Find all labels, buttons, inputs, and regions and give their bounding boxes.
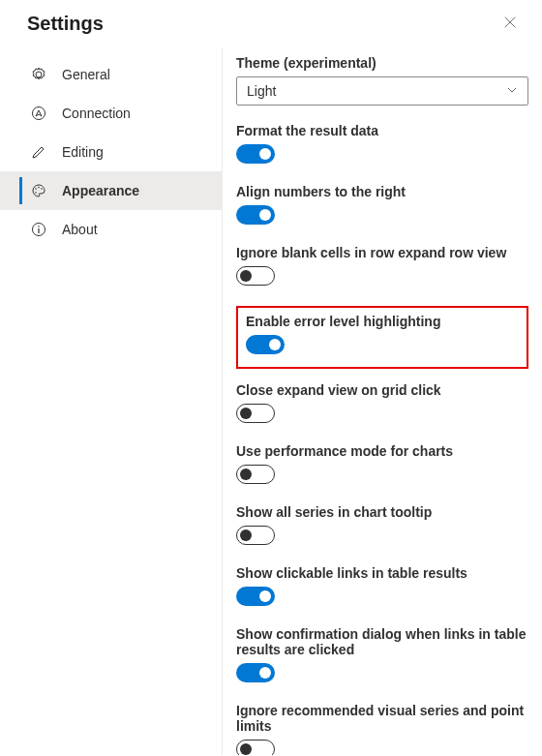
sidebar-item-editing[interactable]: Editing (0, 133, 222, 171)
toggle-label: Close expand view on grid click (236, 382, 528, 398)
svg-point-1 (35, 188, 37, 190)
info-icon (31, 222, 46, 237)
toggle-field-performance-mode-charts: Use performance mode for charts (236, 443, 528, 487)
sidebar-item-label: About (62, 222, 98, 237)
svg-point-2 (38, 187, 40, 189)
sidebar-item-about[interactable]: About (0, 210, 222, 249)
chevron-down-icon (506, 83, 518, 99)
toggle-ignore-series-limits[interactable] (236, 740, 275, 755)
theme-field: Theme (experimental) Light (236, 55, 528, 106)
toggle-close-expand-view[interactable] (236, 404, 275, 423)
toggle-field-confirm-links: Show confirmation dialog when links in t… (236, 626, 528, 685)
sidebar-item-appearance[interactable]: Appearance (0, 171, 222, 210)
theme-select-value: Light (247, 83, 276, 99)
toggle-ignore-blank-cells[interactable] (236, 266, 275, 286)
close-button[interactable] (497, 10, 523, 38)
settings-content: Theme (experimental) Light Format the re… (223, 47, 542, 755)
toggle-field-error-level-highlighting: Enable error level highlighting (246, 314, 519, 357)
toggle-field-ignore-blank-cells: Ignore blank cells in row expand row vie… (236, 245, 528, 288)
toggle-field-align-numbers-right: Align numbers to the right (236, 184, 528, 227)
svg-rect-7 (38, 228, 39, 233)
toggle-field-ignore-series-limits: Ignore recommended visual series and poi… (236, 703, 528, 755)
theme-label: Theme (experimental) (236, 55, 528, 71)
toggle-label: Enable error level highlighting (246, 314, 519, 329)
theme-select[interactable]: Light (236, 76, 528, 106)
toggle-label: Align numbers to the right (236, 184, 528, 199)
settings-sidebar: General Connection Editing Appearance Ab (0, 47, 223, 755)
svg-point-4 (35, 192, 37, 194)
toggle-show-all-series-tooltip[interactable] (236, 526, 275, 545)
toggle-error-level-highlighting[interactable] (246, 335, 285, 354)
sidebar-item-label: Editing (62, 144, 104, 160)
toggle-field-format-result-data: Format the result data (236, 123, 528, 166)
highlight-box: Enable error level highlighting (236, 306, 528, 369)
svg-point-3 (41, 188, 43, 190)
toggle-format-result-data[interactable] (236, 144, 275, 164)
toggle-label: Show all series in chart tooltip (236, 504, 528, 520)
toggle-label: Use performance mode for charts (236, 443, 528, 459)
close-icon (503, 15, 517, 32)
gear-icon (31, 67, 46, 82)
toggle-field-show-all-series-tooltip: Show all series in chart tooltip (236, 504, 528, 548)
toggle-label: Show confirmation dialog when links in t… (236, 626, 528, 657)
page-title: Settings (27, 13, 104, 35)
sidebar-item-general[interactable]: General (0, 55, 222, 94)
palette-icon (31, 183, 46, 198)
sidebar-item-label: General (62, 67, 110, 82)
toggle-field-clickable-links: Show clickable links in table results (236, 565, 528, 609)
toggle-label: Ignore recommended visual series and poi… (236, 703, 528, 734)
sidebar-item-label: Appearance (62, 183, 139, 198)
toggle-field-close-expand-view: Close expand view on grid click (236, 382, 528, 426)
toggle-align-numbers-right[interactable] (236, 205, 275, 225)
toggle-confirm-links[interactable] (236, 663, 275, 682)
svg-point-6 (38, 226, 40, 227)
toggle-label: Format the result data (236, 123, 528, 138)
pencil-icon (31, 144, 46, 160)
toggle-performance-mode-charts[interactable] (236, 465, 275, 484)
sidebar-item-connection[interactable]: Connection (0, 94, 222, 133)
compass-icon (31, 106, 46, 121)
toggle-label: Show clickable links in table results (236, 565, 528, 581)
toggle-label: Ignore blank cells in row expand row vie… (236, 245, 528, 260)
sidebar-item-label: Connection (62, 106, 131, 121)
toggle-clickable-links[interactable] (236, 587, 275, 606)
svg-point-0 (33, 107, 45, 120)
